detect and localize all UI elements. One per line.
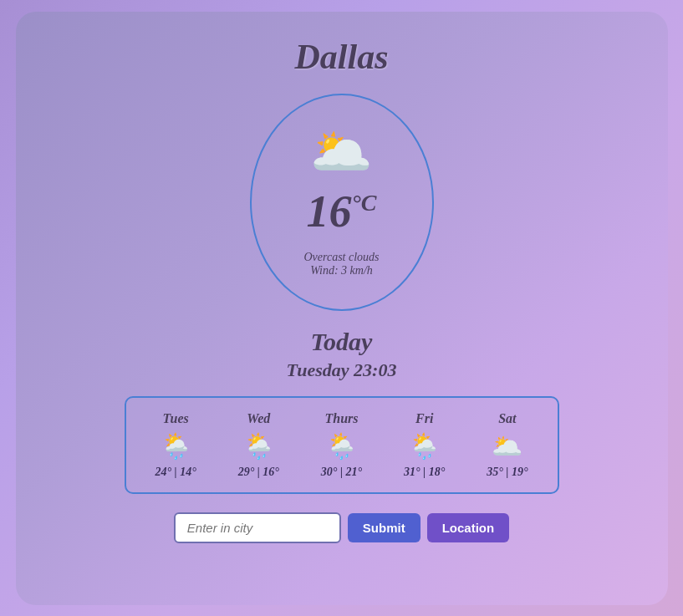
input-row: Submit Location (174, 512, 509, 543)
weather-oval: 🌥️ 16°C Overcast clouds Wind: 3 km/h (250, 94, 434, 311)
main-weather-icon: 🌥️ (310, 127, 373, 177)
forecast-day-name: Thurs (324, 411, 358, 426)
forecast-temps: 29° | 16° (238, 466, 279, 479)
forecast-icon: 🌦️ (326, 431, 357, 461)
forecast-icon: 🌦️ (161, 431, 191, 461)
forecast-temps: 24° | 14° (155, 466, 196, 479)
forecast-day-name: Tues (162, 411, 188, 426)
datetime-label: Tuesday 23:03 (287, 359, 397, 381)
location-button[interactable]: Location (427, 513, 510, 542)
forecast-temps: 31° | 18° (404, 466, 445, 479)
submit-button[interactable]: Submit (348, 513, 421, 542)
wind-info: Wind: 3 km/h (303, 264, 379, 277)
city-input[interactable] (174, 512, 341, 543)
forecast-day: Sat 🌥️ 35° | 19° (487, 411, 528, 479)
forecast-icon: 🌥️ (492, 431, 522, 461)
forecast-temps: 35° | 19° (487, 466, 528, 479)
temperature-display: 16°C (307, 186, 377, 237)
forecast-box: Tues 🌦️ 24° | 14° Wed 🌦️ 29° | 16° Thurs… (125, 396, 559, 494)
forecast-day: Thurs 🌦️ 30° | 21° (321, 411, 362, 479)
temperature-unit: °C (352, 190, 377, 216)
forecast-day: Fri 🌦️ 31° | 18° (404, 411, 445, 479)
forecast-icon: 🌦️ (243, 431, 274, 461)
weather-condition: Overcast clouds (303, 251, 379, 264)
today-label: Today (311, 328, 373, 356)
forecast-day-name: Fri (415, 411, 433, 426)
temperature-value: 16 (307, 186, 352, 237)
app-container: Dallas 🌥️ 16°C Overcast clouds Wind: 3 k… (16, 12, 668, 605)
forecast-day-name: Wed (247, 411, 270, 426)
city-title: Dallas (294, 37, 388, 77)
weather-description: Overcast clouds Wind: 3 km/h (303, 251, 379, 277)
forecast-day: Wed 🌦️ 29° | 16° (238, 411, 279, 479)
forecast-day: Tues 🌦️ 24° | 14° (155, 411, 196, 479)
forecast-icon: 🌦️ (409, 431, 440, 461)
forecast-day-name: Sat (498, 411, 516, 426)
forecast-temps: 30° | 21° (321, 466, 362, 479)
